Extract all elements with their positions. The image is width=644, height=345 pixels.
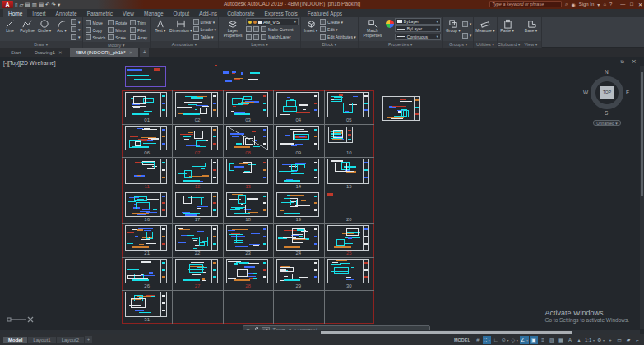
undo-icon[interactable]: ↶: [45, 1, 49, 8]
search-input[interactable]: Type a keyword or phrase: [489, 1, 562, 7]
panel-label-layers[interactable]: Layers ▾: [219, 41, 300, 48]
match-properties-button[interactable]: Match Properties: [360, 18, 385, 41]
color-wheel-icon[interactable]: [386, 20, 394, 28]
arc-button[interactable]: Arc ▾: [53, 18, 70, 41]
tab-insert[interactable]: Insert: [27, 9, 50, 17]
tab-collaborate[interactable]: Collaborate: [222, 9, 259, 17]
object-lineweight-dropdown[interactable]: ByLayer▾: [395, 25, 441, 32]
match-layer-button[interactable]: Match Layer: [246, 34, 299, 41]
hatch-button[interactable]: ▾: [71, 34, 81, 41]
leader-button[interactable]: Leader ▾: [193, 25, 216, 33]
close-button[interactable]: ✕: [638, 2, 642, 7]
selection-cycling-icon[interactable]: ▦: [557, 336, 565, 344]
transparency-icon[interactable]: ▨: [548, 336, 556, 344]
tab-manage[interactable]: Manage: [139, 9, 169, 17]
autocad-logo-icon[interactable]: A: [2, 1, 13, 8]
doc-tab-4bm-indoor-ph1b-[interactable]: 4BM (INDOOR)_ph1b*✕: [70, 48, 139, 58]
tab-express-tools[interactable]: Express Tools: [259, 9, 302, 17]
doc-tab-drawing1[interactable]: Drawing1✕: [29, 48, 68, 58]
edit-button[interactable]: Edit ▾: [320, 25, 356, 33]
group-button[interactable]: Group ▾: [445, 18, 461, 41]
tab-featured-apps[interactable]: Featured Apps: [303, 9, 347, 17]
polyline-button[interactable]: Polyline: [19, 18, 35, 41]
panel-label-draw[interactable]: Draw ▾: [0, 41, 82, 48]
table-button[interactable]: Table ▾: [193, 34, 216, 41]
tab-view[interactable]: View: [118, 9, 139, 17]
copy-button[interactable]: Copy: [86, 26, 106, 34]
panel-label-properties[interactable]: Properties ▾: [359, 41, 442, 48]
panel-label-annotation[interactable]: Annotation ▾: [151, 41, 218, 48]
move-button[interactable]: Move: [86, 19, 106, 26]
viewcube[interactable]: N S W E TOP Unnamed ▾: [583, 69, 631, 128]
layout-tab-layout1[interactable]: Layout1: [28, 337, 55, 343]
customization-icon[interactable]: +: [606, 336, 614, 344]
fillet-button[interactable]: Fillet: [130, 26, 147, 34]
tab-home[interactable]: Home: [3, 9, 27, 17]
search-icon[interactable]: ⌕: [565, 2, 568, 7]
stretch-button[interactable]: Stretch: [86, 34, 106, 41]
clean-screen-icon[interactable]: ⌐: [633, 336, 642, 344]
annotation-visibility-icon[interactable]: A: [566, 336, 574, 344]
layer-dropdown[interactable]: AM_VIS▾: [246, 18, 299, 25]
redo-icon[interactable]: ↷: [52, 1, 56, 8]
annotation-scale-icon[interactable]: 1:1 ▾: [584, 336, 595, 344]
ungroup-button[interactable]: ▾: [462, 21, 472, 28]
tab-annotate[interactable]: Annotate: [51, 9, 82, 17]
mirror-button[interactable]: Mirror: [108, 26, 127, 34]
isolate-icon[interactable]: ▭: [615, 336, 623, 344]
panel-label-view[interactable]: View ▾: [521, 41, 541, 48]
trim-button[interactable]: Trim: [130, 19, 147, 26]
save-icon[interactable]: ▤: [25, 1, 30, 8]
panel-label-block[interactable]: Block ▾: [301, 41, 358, 48]
linear-button[interactable]: Linear ▾: [193, 18, 216, 25]
viewport-controls-label[interactable]: [-][Top][2D Wireframe]: [3, 60, 56, 66]
viewcube-west[interactable]: W: [583, 90, 588, 95]
saveas-icon[interactable]: ▥: [32, 1, 37, 8]
vertical-scrollbar[interactable]: [640, 66, 644, 329]
ellipse-button[interactable]: ▾: [71, 25, 81, 33]
qat-dropdown-icon[interactable]: ▾: [58, 1, 60, 8]
dimension-button[interactable]: Dimension ▾: [169, 18, 192, 41]
viewcube-south[interactable]: S: [605, 110, 608, 116]
named-view-dropdown[interactable]: Unnamed ▾: [593, 120, 621, 126]
autoscale-icon[interactable]: ▴: [575, 336, 583, 344]
layout-tab-layout2[interactable]: Layout2: [57, 337, 84, 343]
panel-label-utilities[interactable]: Utilities ▾: [474, 41, 496, 48]
array-button[interactable]: Array: [130, 34, 147, 41]
group-edit-button[interactable]: ▾: [462, 32, 472, 39]
layout-tab-model[interactable]: Model: [3, 337, 27, 343]
tab-close-icon[interactable]: ✕: [58, 49, 63, 56]
tab-output[interactable]: Output: [169, 9, 195, 17]
tab-parametric[interactable]: Parametric: [82, 9, 118, 17]
create-button[interactable]: Create ▾: [320, 18, 356, 25]
new-file-icon[interactable]: ▯: [15, 1, 18, 8]
snap-icon[interactable]: ∷ ▾: [483, 336, 491, 344]
workspace-icon[interactable]: ⚙ ▾: [596, 336, 605, 344]
viewcube-north[interactable]: N: [605, 69, 609, 75]
drawing-canvas[interactable]: [-][Top][2D Wireframe] − ⧉ ✕ 01020304050…: [0, 58, 644, 334]
viewport-window-buttons[interactable]: − ⧉ ✕: [609, 59, 639, 65]
osnap-icon[interactable]: ∠ ▾: [520, 336, 529, 344]
rectangle-button[interactable]: ▾: [71, 18, 81, 25]
text-button[interactable]: Text ▾: [152, 18, 169, 41]
new-layout-button[interactable]: +: [85, 336, 92, 343]
new-drawing-tab-button[interactable]: +: [140, 48, 149, 57]
grid-icon[interactable]: #: [474, 336, 482, 344]
edit-attributes-button[interactable]: Edit Attributes ▾: [320, 34, 356, 41]
circle-button[interactable]: Circle ▾: [36, 18, 53, 41]
isodraft-icon[interactable]: ◇ ▾: [511, 336, 519, 344]
scale-button[interactable]: Scale: [108, 34, 127, 41]
insert-button[interactable]: Insert ▾: [303, 18, 319, 41]
plot-icon[interactable]: ▤: [39, 1, 44, 8]
polar-icon[interactable]: ⊙ ▾: [501, 336, 510, 344]
doc-tab-start[interactable]: Start: [5, 48, 27, 58]
help-icon[interactable]: ?: [609, 2, 612, 7]
performance-icon[interactable]: ▰: [624, 336, 632, 344]
model-space-label[interactable]: MODEL: [454, 338, 470, 343]
panel-label-clipboard[interactable]: Clipboard ▾: [498, 41, 521, 48]
panel-label-groups[interactable]: Groups ▾: [443, 41, 474, 48]
tab-close-icon[interactable]: ✕: [129, 49, 133, 56]
line-button[interactable]: Line: [2, 18, 18, 41]
make-current-button[interactable]: Make Current: [246, 25, 299, 33]
object-linetype-dropdown[interactable]: Continuous▾: [395, 34, 441, 40]
